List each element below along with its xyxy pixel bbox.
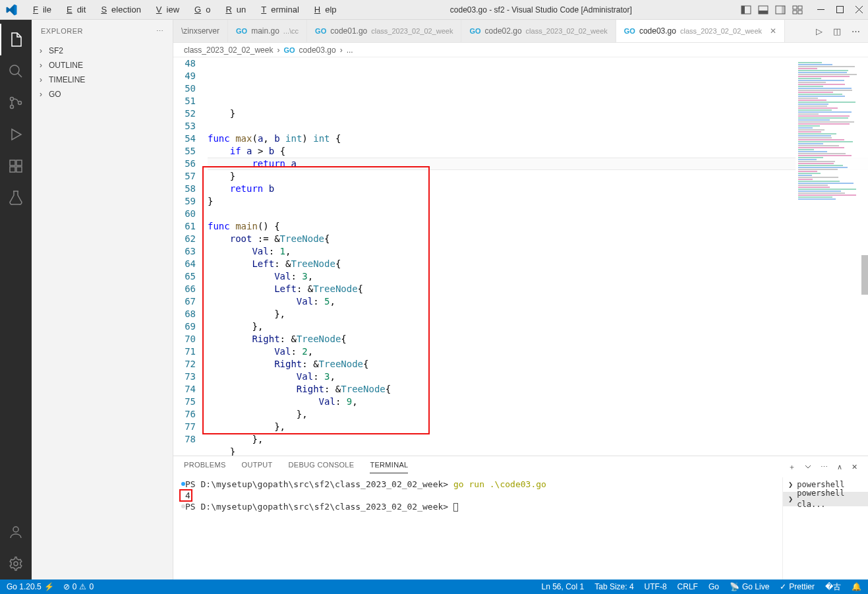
- tab-path: ...\cc: [283, 27, 299, 35]
- menu-file[interactable]: File: [24, 2, 56, 17]
- panel-tab-output[interactable]: OUTPUT: [242, 461, 273, 473]
- sidebar-item-sf2[interactable]: ›SF2: [32, 44, 173, 58]
- tab-close-icon[interactable]: ✕: [770, 26, 776, 36]
- status-eol[interactable]: CRLF: [678, 582, 698, 591]
- activity-scm[interactable]: [0, 87, 32, 119]
- menu-go[interactable]: Go: [185, 2, 215, 17]
- current-line-highlight: [208, 158, 868, 170]
- svg-point-24: [13, 527, 18, 532]
- panel-tab-debug[interactable]: DEBUG CONSOLE: [289, 461, 355, 473]
- menu-edit[interactable]: Edit: [57, 2, 90, 17]
- maximize-icon[interactable]: [836, 6, 844, 13]
- sidebar-more-icon[interactable]: ⋯: [156, 27, 164, 36]
- svg-rect-7: [798, 6, 802, 9]
- go-icon: GO: [315, 27, 326, 35]
- status-problems[interactable]: ⊘0 ⚠0: [63, 582, 94, 591]
- menu-selection[interactable]: Selection: [92, 2, 145, 17]
- svg-rect-1: [741, 6, 745, 14]
- broadcast-icon: 📡: [730, 582, 739, 591]
- editor-tab[interactable]: GOmain.go...\cc: [228, 20, 307, 42]
- svg-point-16: [11, 98, 14, 101]
- panel-tab-problems[interactable]: PROBLEMS: [184, 461, 226, 473]
- minimap[interactable]: [796, 57, 868, 456]
- svg-rect-6: [793, 6, 797, 9]
- status-encoding[interactable]: UTF-8: [645, 582, 667, 591]
- panel-more-icon[interactable]: ⋯: [821, 463, 828, 471]
- activity-account[interactable]: [0, 516, 32, 548]
- code-body[interactable]: }func max(a, b int) int { if a > b { ret…: [208, 57, 868, 456]
- shell-icon: ❯: [788, 479, 793, 490]
- activity-settings[interactable]: [0, 548, 32, 579]
- layout-bottom-icon[interactable]: [758, 5, 768, 15]
- panel-maximize-icon[interactable]: ∧: [837, 463, 842, 471]
- panel-tabs: PROBLEMS OUTPUT DEBUG CONSOLE TERMINAL ＋…: [173, 456, 868, 477]
- tab-more-icon[interactable]: ⋯: [852, 26, 860, 36]
- go-icon: GO: [624, 27, 635, 35]
- status-feedback-icon[interactable]: �古: [825, 581, 841, 593]
- terminal-split-chevron-icon[interactable]: [805, 463, 811, 470]
- sidebar-title: EXPLORER: [41, 27, 83, 35]
- lightning-icon: ⚡: [44, 582, 54, 591]
- tab-title: code02.go: [485, 26, 522, 36]
- shell-icon: ❯: [788, 494, 793, 505]
- panel-close-icon[interactable]: ✕: [852, 463, 857, 471]
- activity-extensions[interactable]: [0, 150, 32, 182]
- status-golive[interactable]: 📡Go Live: [730, 582, 769, 591]
- breadcrumb[interactable]: class_2023_02_02_week › GO code03.go › .…: [173, 43, 868, 57]
- activity-explorer[interactable]: [0, 24, 32, 55]
- status-language[interactable]: Go: [709, 582, 719, 591]
- editor-area: \zinxserverGOmain.go...\ccGOcode01.gocla…: [173, 20, 868, 579]
- sidebar-header: EXPLORER ⋯: [32, 20, 173, 42]
- editor-tab[interactable]: GOcode02.goclass_2023_02_02_week: [461, 20, 616, 42]
- scrollbar-thumb[interactable]: [861, 255, 868, 295]
- split-editor-icon[interactable]: ◫: [833, 26, 841, 36]
- status-go-version[interactable]: Go 1.20.5⚡: [7, 582, 54, 591]
- activity-debug[interactable]: [0, 119, 32, 150]
- breadcrumb-folder: class_2023_02_02_week: [184, 45, 273, 55]
- svg-rect-23: [16, 160, 22, 165]
- close-icon[interactable]: [855, 6, 863, 13]
- sidebar-item-go[interactable]: ›GO: [32, 87, 173, 102]
- panel-tab-terminal[interactable]: TERMINAL: [370, 461, 408, 473]
- vscode-logo-icon: [5, 4, 17, 16]
- error-icon: ⊘: [63, 582, 70, 591]
- window-controls: [817, 6, 863, 13]
- tab-title: main.go: [251, 26, 279, 36]
- svg-rect-11: [837, 7, 844, 13]
- terminal-session-2[interactable]: ❯powershell cla...: [783, 492, 868, 506]
- breadcrumb-more: ...: [347, 45, 353, 55]
- status-cursor[interactable]: Ln 56, Col 1: [542, 582, 585, 591]
- status-prettier[interactable]: ✓Prettier: [780, 582, 815, 591]
- svg-point-14: [10, 65, 19, 74]
- layout-right-icon[interactable]: [775, 5, 786, 15]
- sidebar-item-timeline[interactable]: ›TIMELINE: [32, 73, 173, 87]
- sidebar-item-outline[interactable]: ›OUTLINE: [32, 58, 173, 73]
- tab-title: code03.go: [639, 26, 676, 36]
- terminal-sessions: ❯powershell ❯powershell cla...: [782, 477, 868, 579]
- menu-help[interactable]: Help: [305, 2, 341, 17]
- activity-testing[interactable]: [0, 182, 32, 214]
- menu-view[interactable]: View: [147, 2, 184, 17]
- editor-tab[interactable]: GOcode01.goclass_2023_02_02_week: [307, 20, 461, 42]
- status-tabsize[interactable]: Tab Size: 4: [594, 582, 633, 591]
- editor-tab[interactable]: GOcode03.goclass_2023_02_02_week✕: [616, 20, 785, 42]
- menu-run[interactable]: Run: [216, 2, 250, 17]
- terminal-output[interactable]: PS D:\mysetup\gopath\src\sf2\class_2023_…: [173, 477, 782, 579]
- svg-point-17: [11, 105, 14, 109]
- layout-primary-icon[interactable]: [741, 5, 751, 15]
- status-bell-icon[interactable]: 🔔: [852, 582, 861, 591]
- tab-path: class_2023_02_02_week: [371, 27, 453, 35]
- activity-search[interactable]: [0, 55, 32, 87]
- layout-customize-icon[interactable]: [792, 5, 803, 15]
- editor[interactable]: 4849505152535455565758596061626364656667…: [173, 57, 868, 456]
- minimize-icon[interactable]: [817, 6, 825, 13]
- activity-bar: [0, 20, 32, 579]
- go-icon: GO: [469, 27, 480, 35]
- editor-tabs: \zinxserverGOmain.go...\ccGOcode01.gocla…: [173, 20, 868, 43]
- terminal-new-icon[interactable]: ＋: [788, 462, 796, 472]
- tab-path: class_2023_02_02_week: [526, 27, 608, 35]
- menu-terminal[interactable]: Terminal: [252, 2, 304, 17]
- svg-rect-5: [782, 6, 785, 14]
- run-icon[interactable]: ▷: [816, 26, 823, 36]
- editor-tab[interactable]: \zinxserver: [173, 20, 228, 42]
